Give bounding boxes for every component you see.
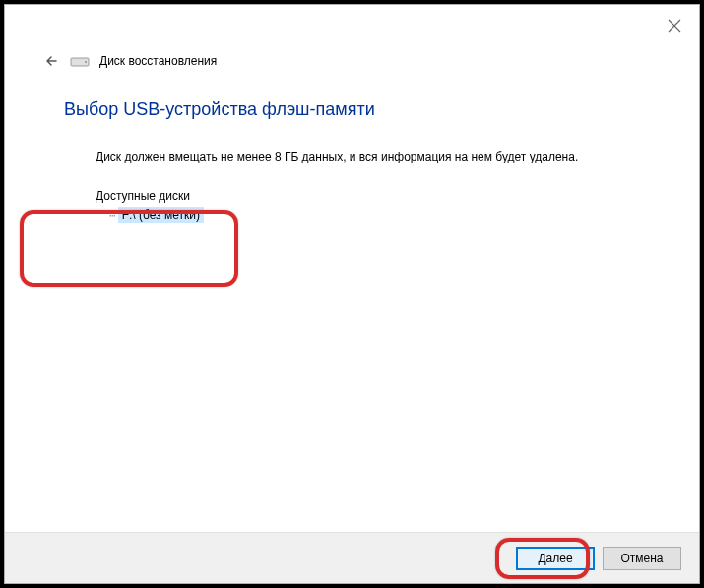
tree-connector-icon: ⋯ [109, 209, 116, 222]
drive-name: F:\ (без метки) [118, 207, 204, 223]
titlebar [5, 5, 699, 46]
drive-icon [70, 54, 90, 68]
footer-bar: Далее Отмена [5, 532, 699, 583]
description-text: Диск должен вмещать не менее 8 ГБ данных… [96, 150, 640, 163]
cancel-button[interactable]: Отмена [603, 547, 681, 570]
drives-label: Доступные диски [96, 189, 640, 203]
header-title: Диск восстановления [99, 54, 217, 68]
close-icon[interactable] [668, 19, 681, 33]
page-title: Выбор USB-устройства флэш-памяти [64, 99, 640, 120]
available-drives-section: Доступные диски ⋯ F:\ (без метки) [96, 189, 640, 223]
content-area: Выбор USB-устройства флэш-памяти Диск до… [5, 76, 699, 532]
header-row: Диск восстановления [5, 46, 699, 76]
recovery-drive-dialog: Диск восстановления Выбор USB-устройства… [4, 4, 700, 584]
next-button[interactable]: Далее [516, 547, 595, 570]
drive-item[interactable]: ⋯ F:\ (без метки) [109, 207, 640, 223]
svg-point-1 [85, 61, 87, 63]
back-arrow-icon[interactable] [44, 53, 60, 69]
